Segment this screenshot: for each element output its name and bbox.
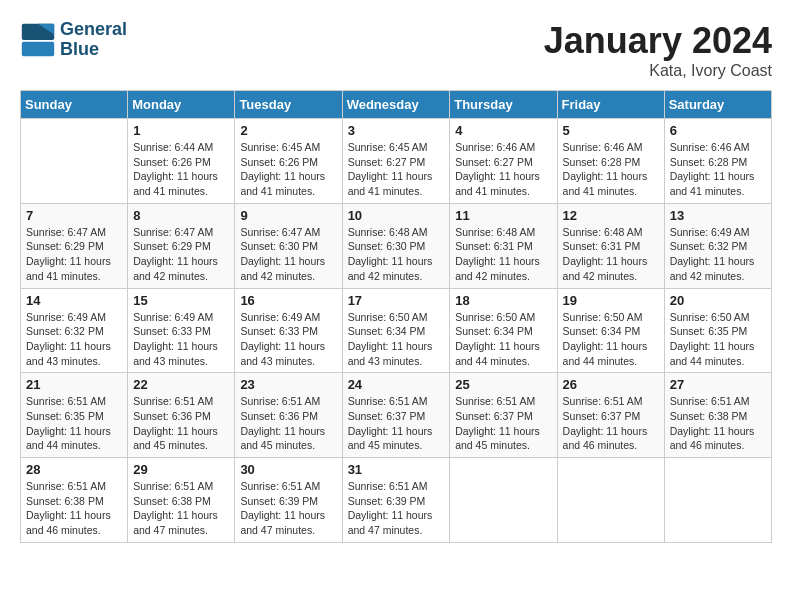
calendar-cell: 11Sunrise: 6:48 AM Sunset: 6:31 PM Dayli… bbox=[450, 203, 557, 288]
day-number: 27 bbox=[670, 377, 766, 392]
calendar-cell: 27Sunrise: 6:51 AM Sunset: 6:38 PM Dayli… bbox=[664, 373, 771, 458]
logo: General Blue bbox=[20, 20, 127, 60]
day-number: 10 bbox=[348, 208, 445, 223]
day-number: 18 bbox=[455, 293, 551, 308]
calendar-cell: 21Sunrise: 6:51 AM Sunset: 6:35 PM Dayli… bbox=[21, 373, 128, 458]
day-number: 28 bbox=[26, 462, 122, 477]
day-info: Sunrise: 6:51 AM Sunset: 6:37 PM Dayligh… bbox=[348, 394, 445, 453]
calendar-cell: 28Sunrise: 6:51 AM Sunset: 6:38 PM Dayli… bbox=[21, 458, 128, 543]
day-number: 22 bbox=[133, 377, 229, 392]
day-info: Sunrise: 6:49 AM Sunset: 6:32 PM Dayligh… bbox=[670, 225, 766, 284]
day-info: Sunrise: 6:51 AM Sunset: 6:38 PM Dayligh… bbox=[26, 479, 122, 538]
day-number: 7 bbox=[26, 208, 122, 223]
day-info: Sunrise: 6:49 AM Sunset: 6:32 PM Dayligh… bbox=[26, 310, 122, 369]
day-number: 17 bbox=[348, 293, 445, 308]
weekday-header: Wednesday bbox=[342, 91, 450, 119]
calendar-week-row: 21Sunrise: 6:51 AM Sunset: 6:35 PM Dayli… bbox=[21, 373, 772, 458]
calendar-cell: 1Sunrise: 6:44 AM Sunset: 6:26 PM Daylig… bbox=[128, 119, 235, 204]
day-number: 12 bbox=[563, 208, 659, 223]
calendar-week-row: 14Sunrise: 6:49 AM Sunset: 6:32 PM Dayli… bbox=[21, 288, 772, 373]
weekday-header: Sunday bbox=[21, 91, 128, 119]
day-number: 4 bbox=[455, 123, 551, 138]
calendar-cell: 25Sunrise: 6:51 AM Sunset: 6:37 PM Dayli… bbox=[450, 373, 557, 458]
calendar-cell: 29Sunrise: 6:51 AM Sunset: 6:38 PM Dayli… bbox=[128, 458, 235, 543]
calendar-cell bbox=[21, 119, 128, 204]
calendar-cell bbox=[450, 458, 557, 543]
day-info: Sunrise: 6:48 AM Sunset: 6:31 PM Dayligh… bbox=[455, 225, 551, 284]
day-number: 20 bbox=[670, 293, 766, 308]
day-number: 13 bbox=[670, 208, 766, 223]
calendar-week-row: 28Sunrise: 6:51 AM Sunset: 6:38 PM Dayli… bbox=[21, 458, 772, 543]
day-number: 24 bbox=[348, 377, 445, 392]
calendar-cell: 20Sunrise: 6:50 AM Sunset: 6:35 PM Dayli… bbox=[664, 288, 771, 373]
calendar-cell: 18Sunrise: 6:50 AM Sunset: 6:34 PM Dayli… bbox=[450, 288, 557, 373]
calendar-cell: 5Sunrise: 6:46 AM Sunset: 6:28 PM Daylig… bbox=[557, 119, 664, 204]
calendar-cell: 24Sunrise: 6:51 AM Sunset: 6:37 PM Dayli… bbox=[342, 373, 450, 458]
day-info: Sunrise: 6:51 AM Sunset: 6:35 PM Dayligh… bbox=[26, 394, 122, 453]
day-info: Sunrise: 6:48 AM Sunset: 6:30 PM Dayligh… bbox=[348, 225, 445, 284]
day-number: 11 bbox=[455, 208, 551, 223]
logo-line2: Blue bbox=[60, 40, 127, 60]
weekday-header-row: SundayMondayTuesdayWednesdayThursdayFrid… bbox=[21, 91, 772, 119]
calendar-table: SundayMondayTuesdayWednesdayThursdayFrid… bbox=[20, 90, 772, 543]
calendar-cell: 3Sunrise: 6:45 AM Sunset: 6:27 PM Daylig… bbox=[342, 119, 450, 204]
day-number: 19 bbox=[563, 293, 659, 308]
calendar-cell: 16Sunrise: 6:49 AM Sunset: 6:33 PM Dayli… bbox=[235, 288, 342, 373]
day-number: 29 bbox=[133, 462, 229, 477]
logo-text: General Blue bbox=[60, 20, 127, 60]
calendar-cell: 22Sunrise: 6:51 AM Sunset: 6:36 PM Dayli… bbox=[128, 373, 235, 458]
calendar-cell: 26Sunrise: 6:51 AM Sunset: 6:37 PM Dayli… bbox=[557, 373, 664, 458]
calendar-cell: 8Sunrise: 6:47 AM Sunset: 6:29 PM Daylig… bbox=[128, 203, 235, 288]
calendar-week-row: 7Sunrise: 6:47 AM Sunset: 6:29 PM Daylig… bbox=[21, 203, 772, 288]
day-number: 26 bbox=[563, 377, 659, 392]
day-info: Sunrise: 6:46 AM Sunset: 6:27 PM Dayligh… bbox=[455, 140, 551, 199]
day-info: Sunrise: 6:47 AM Sunset: 6:30 PM Dayligh… bbox=[240, 225, 336, 284]
day-info: Sunrise: 6:50 AM Sunset: 6:34 PM Dayligh… bbox=[348, 310, 445, 369]
day-number: 30 bbox=[240, 462, 336, 477]
month-title: January 2024 bbox=[544, 20, 772, 62]
day-info: Sunrise: 6:50 AM Sunset: 6:34 PM Dayligh… bbox=[455, 310, 551, 369]
day-info: Sunrise: 6:51 AM Sunset: 6:37 PM Dayligh… bbox=[455, 394, 551, 453]
day-number: 6 bbox=[670, 123, 766, 138]
location: Kata, Ivory Coast bbox=[544, 62, 772, 80]
day-info: Sunrise: 6:50 AM Sunset: 6:35 PM Dayligh… bbox=[670, 310, 766, 369]
calendar-cell: 17Sunrise: 6:50 AM Sunset: 6:34 PM Dayli… bbox=[342, 288, 450, 373]
calendar-cell: 31Sunrise: 6:51 AM Sunset: 6:39 PM Dayli… bbox=[342, 458, 450, 543]
calendar-cell: 7Sunrise: 6:47 AM Sunset: 6:29 PM Daylig… bbox=[21, 203, 128, 288]
calendar-cell: 23Sunrise: 6:51 AM Sunset: 6:36 PM Dayli… bbox=[235, 373, 342, 458]
day-number: 9 bbox=[240, 208, 336, 223]
day-info: Sunrise: 6:48 AM Sunset: 6:31 PM Dayligh… bbox=[563, 225, 659, 284]
day-number: 31 bbox=[348, 462, 445, 477]
day-info: Sunrise: 6:44 AM Sunset: 6:26 PM Dayligh… bbox=[133, 140, 229, 199]
day-info: Sunrise: 6:46 AM Sunset: 6:28 PM Dayligh… bbox=[563, 140, 659, 199]
day-info: Sunrise: 6:45 AM Sunset: 6:26 PM Dayligh… bbox=[240, 140, 336, 199]
day-number: 2 bbox=[240, 123, 336, 138]
day-number: 25 bbox=[455, 377, 551, 392]
day-info: Sunrise: 6:51 AM Sunset: 6:38 PM Dayligh… bbox=[670, 394, 766, 453]
calendar-cell: 13Sunrise: 6:49 AM Sunset: 6:32 PM Dayli… bbox=[664, 203, 771, 288]
page-header: General Blue January 2024 Kata, Ivory Co… bbox=[20, 20, 772, 80]
day-info: Sunrise: 6:51 AM Sunset: 6:36 PM Dayligh… bbox=[133, 394, 229, 453]
calendar-cell: 2Sunrise: 6:45 AM Sunset: 6:26 PM Daylig… bbox=[235, 119, 342, 204]
day-number: 1 bbox=[133, 123, 229, 138]
logo-line1: General bbox=[60, 20, 127, 40]
weekday-header: Saturday bbox=[664, 91, 771, 119]
calendar-cell: 4Sunrise: 6:46 AM Sunset: 6:27 PM Daylig… bbox=[450, 119, 557, 204]
day-info: Sunrise: 6:51 AM Sunset: 6:37 PM Dayligh… bbox=[563, 394, 659, 453]
day-info: Sunrise: 6:51 AM Sunset: 6:39 PM Dayligh… bbox=[240, 479, 336, 538]
day-info: Sunrise: 6:49 AM Sunset: 6:33 PM Dayligh… bbox=[240, 310, 336, 369]
day-number: 21 bbox=[26, 377, 122, 392]
calendar-cell: 9Sunrise: 6:47 AM Sunset: 6:30 PM Daylig… bbox=[235, 203, 342, 288]
calendar-cell: 12Sunrise: 6:48 AM Sunset: 6:31 PM Dayli… bbox=[557, 203, 664, 288]
day-info: Sunrise: 6:47 AM Sunset: 6:29 PM Dayligh… bbox=[26, 225, 122, 284]
day-info: Sunrise: 6:51 AM Sunset: 6:38 PM Dayligh… bbox=[133, 479, 229, 538]
day-number: 16 bbox=[240, 293, 336, 308]
day-info: Sunrise: 6:46 AM Sunset: 6:28 PM Dayligh… bbox=[670, 140, 766, 199]
day-number: 5 bbox=[563, 123, 659, 138]
day-number: 8 bbox=[133, 208, 229, 223]
calendar-cell: 6Sunrise: 6:46 AM Sunset: 6:28 PM Daylig… bbox=[664, 119, 771, 204]
calendar-cell: 14Sunrise: 6:49 AM Sunset: 6:32 PM Dayli… bbox=[21, 288, 128, 373]
calendar-cell: 19Sunrise: 6:50 AM Sunset: 6:34 PM Dayli… bbox=[557, 288, 664, 373]
day-number: 15 bbox=[133, 293, 229, 308]
calendar-cell: 10Sunrise: 6:48 AM Sunset: 6:30 PM Dayli… bbox=[342, 203, 450, 288]
